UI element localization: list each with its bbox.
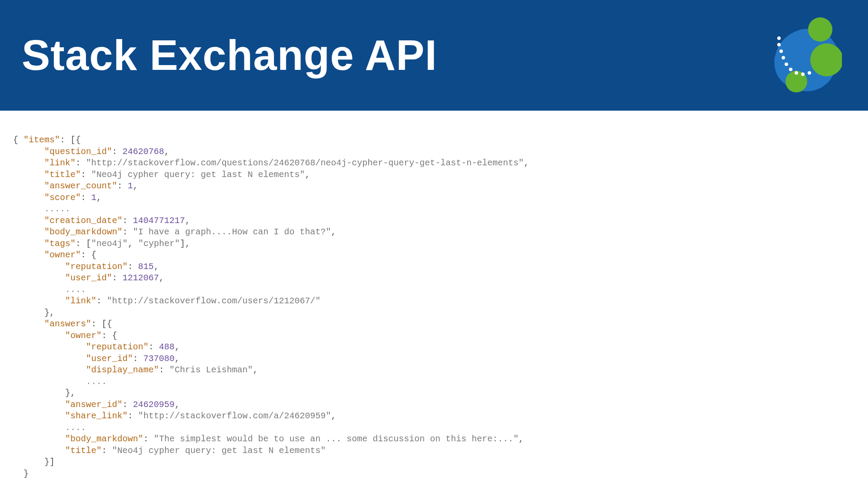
answer-body-markdown-value: The simplest would be to use an ... some… [159,434,513,444]
answer-count-key: answer_count [50,181,112,191]
svg-point-6 [789,68,792,71]
svg-point-4 [782,56,785,59]
answer-id-key: answer_id [70,400,117,410]
answer-body-markdown-key: body_markdown [70,434,138,444]
answer-user-id-key: user_id [91,354,128,364]
answers-key: answers [50,319,86,329]
owner-key: owner [50,250,76,260]
answer-reputation-value: 488 [159,342,175,352]
neo4j-logo-icon [755,12,842,99]
svg-point-8 [801,72,805,76]
svg-point-1 [810,43,842,76]
reputation-key: reputation [70,262,122,272]
link-key: link [50,158,70,168]
link-value: http://stackoverflow.com/questions/24620… [91,158,518,168]
question-id-key: question_id [50,147,107,157]
title-key: title [50,170,76,180]
body-markdown-key: body_markdown [50,227,117,237]
items-key: items [29,135,55,145]
question-id-value: 24620768 [122,147,164,157]
svg-point-10 [777,43,781,46]
slide-title: Stack Exchange API [22,31,437,80]
creation-date-value: 1404771217 [133,216,185,226]
svg-point-0 [808,17,832,42]
title-value: Neo4j cypher query: get last N elements [96,170,300,180]
answer-reputation-key: reputation [91,342,143,352]
answer-id-value: 24620959 [133,400,175,410]
answer-user-id-value: 737080 [143,354,175,364]
json-code-block: { "items": [{ "question_id": 24620768, "… [0,111,868,479]
score-key: score [50,193,76,203]
ellipsis: .... [65,285,86,295]
answer-count-value: 1 [128,181,133,191]
tag-1: neo4j [96,239,122,249]
answer-owner-key: owner [70,331,96,341]
creation-date-key: creation_date [50,216,117,226]
share-link-key: share_link [70,411,122,421]
display-name-key: display_name [91,365,154,375]
owner-link-key: link [70,296,91,306]
ellipsis: .... [86,377,107,387]
share-link-value: http://stackoverflow.com/a/24620959 [143,411,326,421]
score-value: 1 [91,193,96,203]
svg-point-5 [785,62,788,66]
user-id-key: user_id [70,273,107,283]
tag-2: cypher [143,239,175,249]
answer-title-key: title [70,446,96,456]
svg-point-3 [779,49,783,53]
slide-header: Stack Exchange API [0,0,868,111]
ellipsis: ..... [44,204,70,214]
svg-point-9 [808,71,811,75]
owner-reputation-value: 815 [138,262,154,272]
answer-title-value: Neo4j cypher query: get last N elements [117,446,320,456]
owner-link-value: http://stackoverflow.com/users/1212067/ [112,296,315,306]
owner-user-id-value: 1212067 [122,273,159,283]
tags-key: tags [50,239,70,249]
body-markdown-value: I have a graph....How can I do that? [138,227,326,237]
ellipsis: .... [65,423,86,433]
display-name-value: Chris Leishman [175,365,248,375]
svg-point-11 [777,36,781,40]
svg-point-7 [795,71,798,75]
